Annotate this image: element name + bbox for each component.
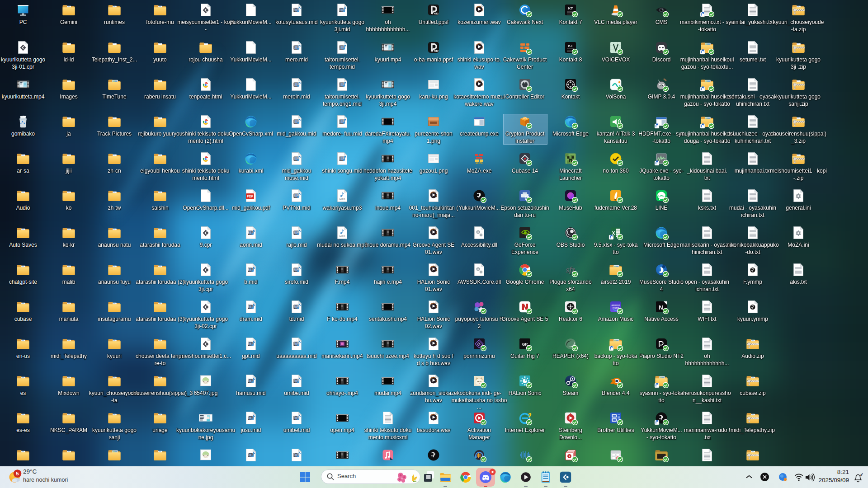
svg-text:5: 5 xyxy=(16,471,19,476)
svg-text:z: z xyxy=(862,472,863,475)
